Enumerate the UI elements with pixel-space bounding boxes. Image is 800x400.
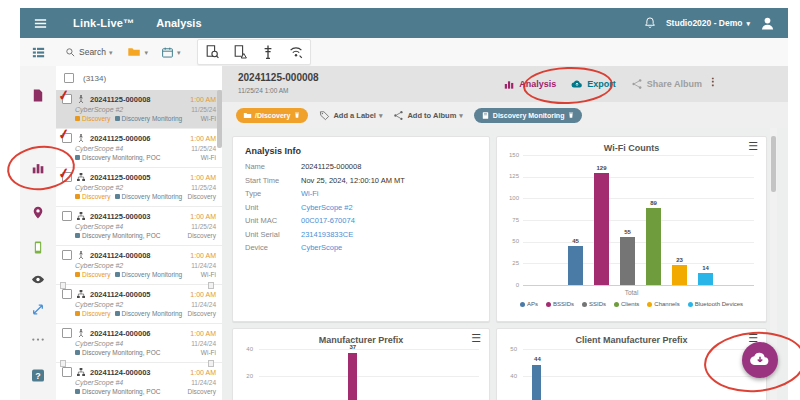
sidebar-item-viewer[interactable] bbox=[31, 272, 46, 287]
row-checkbox[interactable] bbox=[62, 367, 72, 377]
info-row: Unit MAC00C017-670074 bbox=[245, 216, 477, 225]
result-name: 20241125-000008 bbox=[90, 95, 150, 104]
select-all-checkbox[interactable] bbox=[64, 73, 74, 83]
y-axis-tick: 50 bbox=[499, 238, 519, 244]
trash-icon[interactable] bbox=[567, 111, 575, 119]
overflow-menu-icon[interactable]: ⋮ bbox=[708, 77, 718, 87]
y-axis-tick: 150 bbox=[499, 152, 519, 158]
label-swatch-icon bbox=[75, 233, 80, 238]
y-axis-tick: 100 bbox=[499, 195, 519, 201]
analysis-button[interactable]: Analysis bbox=[503, 78, 556, 90]
document-alert-icon[interactable] bbox=[232, 44, 248, 60]
download-fab-button[interactable] bbox=[742, 342, 778, 378]
legend-item[interactable]: Clients bbox=[614, 301, 639, 307]
row-checkbox[interactable] bbox=[62, 250, 72, 260]
row-checkbox[interactable] bbox=[62, 211, 72, 221]
info-value[interactable]: 00C017-670074 bbox=[301, 216, 355, 225]
label-swatch-icon bbox=[75, 350, 80, 355]
folder-tag-pill[interactable]: /Discovery bbox=[236, 108, 308, 123]
search-dropdown[interactable]: Search ▾ bbox=[65, 47, 112, 58]
result-type: Wi-Fi bbox=[201, 154, 216, 161]
list-item[interactable]: 20241124-0000061:00 AMCyberScope #411/24… bbox=[56, 324, 222, 363]
sidebar-item-map[interactable] bbox=[31, 205, 46, 220]
info-value[interactable]: 2314193833CE bbox=[301, 230, 353, 239]
client-manufacturer-prefix-card: Client Manufacturer Prefix ☰ 504044 bbox=[496, 328, 767, 400]
bar-channels: 23 bbox=[672, 265, 687, 285]
list-item[interactable]: 20241124-0000051:00 AMCyberScope #211/24… bbox=[56, 285, 222, 324]
legend-item[interactable]: SSIDs bbox=[582, 301, 606, 307]
sidebar-item-results[interactable] bbox=[31, 88, 46, 103]
info-value[interactable]: CyberScope bbox=[301, 243, 342, 252]
result-name: 20241125-000003 bbox=[90, 212, 150, 221]
info-label: Device bbox=[245, 243, 301, 252]
manufacturer-prefix-card: Manufacturer Prefix ☰ 402037 bbox=[232, 328, 490, 400]
folder-filter-dropdown[interactable]: ▾ bbox=[127, 45, 148, 59]
location-pin-icon bbox=[31, 205, 46, 220]
result-type: Discovery bbox=[187, 193, 216, 200]
wifi-result-icon bbox=[76, 94, 86, 104]
add-label-button[interactable]: Add a Label ▾ bbox=[319, 110, 382, 121]
legend-item[interactable]: BSSIDs bbox=[546, 301, 574, 307]
bar-value-label: 14 bbox=[692, 265, 719, 271]
analysis-info-title: Analysis Info bbox=[245, 146, 477, 156]
row-checkbox[interactable] bbox=[62, 328, 72, 338]
gridline bbox=[523, 285, 754, 286]
legend-item[interactable]: Bluetooth Devices bbox=[688, 301, 743, 307]
account-selector[interactable]: Studio2020 - Demo ▾ bbox=[666, 18, 750, 28]
chart-title: Client Manufacturer Prefix bbox=[497, 335, 766, 345]
chart-menu-icon[interactable]: ☰ bbox=[471, 333, 481, 344]
antenna-path-icon[interactable] bbox=[260, 44, 276, 60]
y-axis-tick: 125 bbox=[499, 173, 519, 179]
sidebar-item-help[interactable]: ? bbox=[31, 368, 46, 383]
chevron-down-icon: ▾ bbox=[109, 49, 113, 56]
legend-dot-icon bbox=[582, 302, 587, 307]
info-value[interactable]: CyberScope #2 bbox=[301, 203, 353, 212]
info-value[interactable]: Wi-Fi bbox=[301, 189, 319, 198]
info-row: UnitCyberScope #2 bbox=[245, 203, 477, 212]
result-unit: CyberScope #2 bbox=[75, 301, 123, 308]
export-button[interactable]: Export bbox=[571, 78, 616, 90]
detail-title-bar: 20241125-000008 11/25/24 1:00 AM Analysi… bbox=[222, 66, 788, 103]
sidebar-item-analysis[interactable] bbox=[31, 160, 46, 175]
result-type: Wi-Fi bbox=[201, 115, 216, 122]
result-time: 1:00 AM bbox=[190, 369, 216, 376]
result-type-filter-group bbox=[197, 39, 311, 65]
sidebar-item-more[interactable] bbox=[31, 332, 46, 347]
wifi-search-icon[interactable] bbox=[288, 44, 304, 60]
list-item[interactable]: 20241124-0000031:00 AMCyberScope #411/24… bbox=[56, 363, 222, 400]
list-view-toggle-icon[interactable] bbox=[31, 45, 46, 60]
add-to-album-button[interactable]: Add to Album ▾ bbox=[393, 110, 462, 121]
wifi-result-icon bbox=[76, 328, 86, 338]
notifications-bell-icon[interactable] bbox=[643, 16, 657, 30]
hamburger-menu-icon[interactable] bbox=[33, 16, 48, 31]
list-item[interactable]: 20241125-0000051:00 AMCyberScope #211/25… bbox=[56, 168, 222, 207]
list-item[interactable]: 20241124-0000081:00 AMCyberScope #211/24… bbox=[56, 246, 222, 285]
list-item[interactable]: 20241125-0000031:00 AMCyberScope #411/25… bbox=[56, 207, 222, 246]
sidebar-item-transfer[interactable] bbox=[31, 302, 46, 317]
date-filter-dropdown[interactable]: ▾ bbox=[161, 46, 181, 59]
document-icon bbox=[31, 88, 46, 103]
y-axis-tick: 75 bbox=[499, 217, 519, 223]
user-avatar-icon[interactable] bbox=[759, 15, 776, 32]
bar-value-label: 23 bbox=[666, 257, 693, 263]
left-nav-rail: ? bbox=[20, 66, 57, 400]
legend-item[interactable]: APs bbox=[520, 301, 538, 307]
legend-item[interactable]: Channels bbox=[647, 301, 679, 307]
bar-bssids: 129 bbox=[594, 173, 609, 285]
sidebar-item-units[interactable] bbox=[31, 240, 46, 255]
chart-menu-icon[interactable]: ☰ bbox=[748, 141, 758, 152]
list-item[interactable]: 20241125-0000061:00 AMCyberScope #411/25… bbox=[56, 129, 222, 168]
main-scrollbar-thumb[interactable] bbox=[771, 136, 776, 192]
result-name: 20241124-000006 bbox=[90, 329, 150, 338]
row-checkbox[interactable] bbox=[62, 289, 72, 299]
document-search-icon[interactable] bbox=[204, 44, 220, 60]
share-album-button[interactable]: Share Album bbox=[631, 78, 702, 90]
tags-row: /Discovery Add a Label ▾ Add to Album ▾ … bbox=[222, 102, 788, 128]
action-label: Analysis bbox=[519, 79, 556, 89]
share-icon bbox=[631, 78, 643, 90]
list-item[interactable]: 20241125-0000081:00 AMCyberScope #211/25… bbox=[56, 90, 222, 129]
info-label: Start Time bbox=[245, 176, 301, 185]
album-tag-pill[interactable]: Discovery Monitoring bbox=[474, 108, 583, 123]
trash-icon[interactable] bbox=[293, 111, 301, 119]
folder-tag-label: /Discovery bbox=[255, 112, 290, 119]
